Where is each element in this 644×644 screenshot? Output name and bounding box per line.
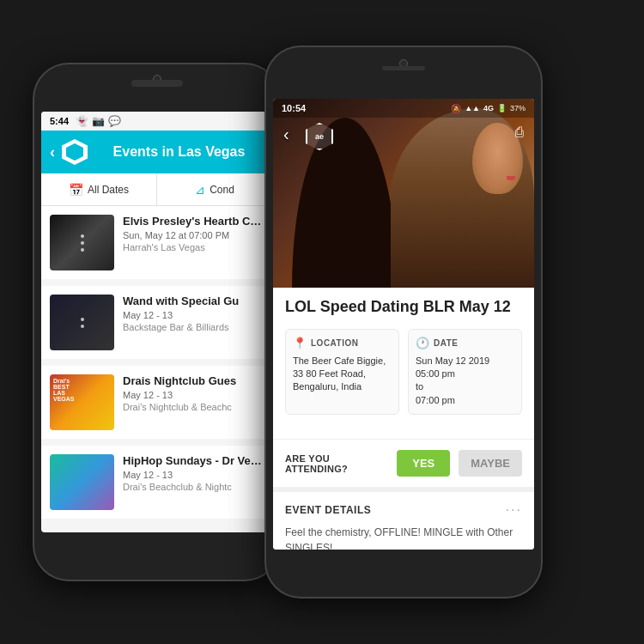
cond-filter[interactable]: ⊿ Cond	[157, 173, 272, 205]
event-details-header: EVENT DETAILS ···	[285, 502, 522, 518]
event-date-1: Sun, May 12 at 07:00 PM	[123, 230, 264, 240]
event-main-title: LOL Speed Dating BLR May 12	[285, 298, 522, 317]
yes-button[interactable]: YES	[397, 450, 450, 477]
front-status-bar: 10:54 🔕 ▲▲ 4G 🔋 37%	[273, 99, 534, 118]
event-title-1: Elvis Presley's Heartb Concert	[123, 215, 264, 228]
battery-level-label: 37%	[510, 104, 526, 112]
dot	[81, 241, 84, 245]
event-venue-1: Harrah's Las Vegas	[123, 242, 264, 252]
front-phone-screen: 10:54 🔕 ▲▲ 4G 🔋 37%	[273, 99, 534, 550]
phone-back: 5:44 👻 📷 💬 ‹ Events in Las Vegas 📅	[34, 64, 279, 580]
event-thumb-3: Drai'sBESTLASVEGAS	[50, 374, 114, 430]
event-details-text: Feel the chemistry, OFFLINE! MINGLE with…	[285, 525, 522, 550]
phone-front: 10:54 🔕 ▲▲ 4G 🔋 37%	[266, 47, 541, 597]
filter-bar: 📅 All Dates ⊿ Cond	[41, 173, 272, 206]
event-date-3: May 12 - 13	[123, 390, 264, 400]
date-line3: to	[416, 381, 423, 392]
clock-icon: 🕐	[416, 337, 429, 349]
back-header-title: Events in Las Vegas	[94, 144, 264, 160]
back-arrow-icon[interactable]: ‹	[50, 143, 55, 161]
location-label: LOCATION	[311, 338, 358, 348]
message-icon: 💬	[108, 115, 121, 127]
location-card-header: 📍 LOCATION	[293, 337, 392, 349]
event-date-4: May 12 - 13	[123, 470, 264, 480]
person-silhouette-left	[286, 118, 404, 288]
cond-filter-label: Cond	[210, 184, 234, 196]
list-item[interactable]: Drai'sBESTLASVEGAS Drais Nightclub Gues …	[41, 366, 272, 439]
signal-bars-icon: ▲▲	[465, 104, 480, 112]
date-line1: Sun May 12 2019	[416, 355, 489, 366]
date-label: DATE	[434, 338, 458, 348]
network-type-label: 4G	[483, 104, 494, 112]
location-value: The Beer Cafe Biggie, 33 80 Feet Road, B…	[293, 355, 392, 394]
back-status-icons: 👻 📷 💬	[76, 115, 121, 127]
snapchat-icon: 👻	[76, 115, 88, 127]
back-status-bar: 5:44 👻 📷 💬	[41, 112, 272, 131]
event-details-section: EVENT DETAILS ··· Feel the chemistry, OF…	[273, 487, 534, 550]
event-info-4: HipHop Sundays - Dr Vegas Guest List 5/1…	[123, 454, 264, 492]
location-pin-icon: 📍	[293, 337, 307, 349]
date-value: Sun May 12 2019 05:00 pm to 07:00 pm	[416, 355, 514, 408]
dot	[81, 234, 84, 238]
person-right	[391, 108, 534, 288]
thumb-dots-1	[50, 215, 114, 270]
event-date-2: May 12 - 13	[123, 310, 264, 320]
event-title-4: HipHop Sundays - Dr Vegas Guest List 5/1	[123, 454, 264, 467]
date-line4: 07:00 pm	[416, 395, 455, 405]
event-title-2: Wand with Special Gu	[123, 295, 264, 307]
back-header: ‹ Events in Las Vegas	[41, 131, 272, 173]
back-phone-screen: 5:44 👻 📷 💬 ‹ Events in Las Vegas 📅	[41, 112, 272, 532]
battery-icon: 🔋	[497, 104, 507, 112]
front-status-time: 10:54	[282, 103, 306, 113]
event-info-2: Wand with Special Gu May 12 - 13 Backsta…	[123, 295, 264, 332]
event-thumb-4	[50, 454, 114, 510]
hero-back-arrow-icon[interactable]: ‹	[283, 125, 289, 144]
calendar-icon: 📅	[69, 183, 83, 197]
back-phone-notch	[131, 80, 183, 87]
event-hero-image: 10:54 🔕 ▲▲ 4G 🔋 37%	[273, 99, 534, 288]
dot	[81, 318, 84, 321]
event-list: Elvis Presley's Heartb Concert Sun, May …	[41, 206, 272, 519]
event-info-3: Drais Nightclub Gues May 12 - 13 Drai's …	[123, 374, 264, 412]
mute-icon: 🔕	[451, 104, 461, 113]
event-thumb-2	[50, 295, 114, 350]
back-logo-hex-inner	[66, 143, 83, 161]
back-status-time: 5:44	[50, 116, 69, 126]
front-phone-speaker	[382, 66, 425, 70]
more-options-icon[interactable]: ···	[506, 502, 522, 518]
list-item[interactable]: Wand with Special Gu May 12 - 13 Backsta…	[41, 286, 272, 359]
filter-icon: ⊿	[195, 183, 205, 197]
back-logo-hex	[62, 139, 88, 165]
info-grid: 📍 LOCATION The Beer Cafe Biggie, 33 80 F…	[285, 329, 522, 416]
share-icon[interactable]: ⎙	[515, 125, 524, 140]
phones-container: 5:44 👻 📷 💬 ‹ Events in Las Vegas 📅	[0, 0, 644, 644]
rsvp-section: ARE YOU ATTENDING? YES MAYBE	[273, 439, 534, 487]
event-venue-3: Drai's Nightclub & Beachc	[123, 402, 264, 412]
event-details-heading: EVENT DETAILS	[285, 504, 371, 516]
nightclub-label: Drai'sBESTLASVEGAS	[53, 378, 75, 402]
location-card: 📍 LOCATION The Beer Cafe Biggie, 33 80 F…	[285, 329, 399, 416]
event-detail-content: LOL Speed Dating BLR May 12 📍 LOCATION T…	[273, 288, 534, 439]
date-card: 🕐 DATE Sun May 12 2019 05:00 pm to 07:00…	[408, 329, 522, 416]
event-venue-4: Drai's Beachclub & Nightc	[123, 482, 264, 492]
dot	[81, 325, 84, 328]
front-status-right: 🔕 ▲▲ 4G 🔋 37%	[451, 104, 526, 113]
date-filter-label: All Dates	[88, 184, 129, 196]
list-item[interactable]: Elvis Presley's Heartb Concert Sun, May …	[41, 206, 272, 279]
event-info-1: Elvis Presley's Heartb Concert Sun, May …	[123, 215, 264, 252]
date-line2: 05:00 pm	[416, 368, 455, 379]
thumb-dots-2	[50, 295, 114, 350]
date-filter[interactable]: 📅 All Dates	[41, 173, 157, 205]
event-title-3: Drais Nightclub Gues	[123, 374, 264, 387]
list-item[interactable]: HipHop Sundays - Dr Vegas Guest List 5/1…	[41, 446, 272, 519]
event-thumb-1	[50, 215, 114, 270]
instagram-icon: 📷	[92, 115, 105, 127]
date-card-header: 🕐 DATE	[416, 337, 514, 349]
maybe-button[interactable]: MAYBE	[459, 450, 522, 477]
rsvp-question-label: ARE YOU ATTENDING?	[285, 453, 388, 474]
person-smile	[507, 176, 516, 180]
event-venue-2: Backstage Bar & Billiards	[123, 322, 264, 332]
dot	[81, 248, 84, 252]
